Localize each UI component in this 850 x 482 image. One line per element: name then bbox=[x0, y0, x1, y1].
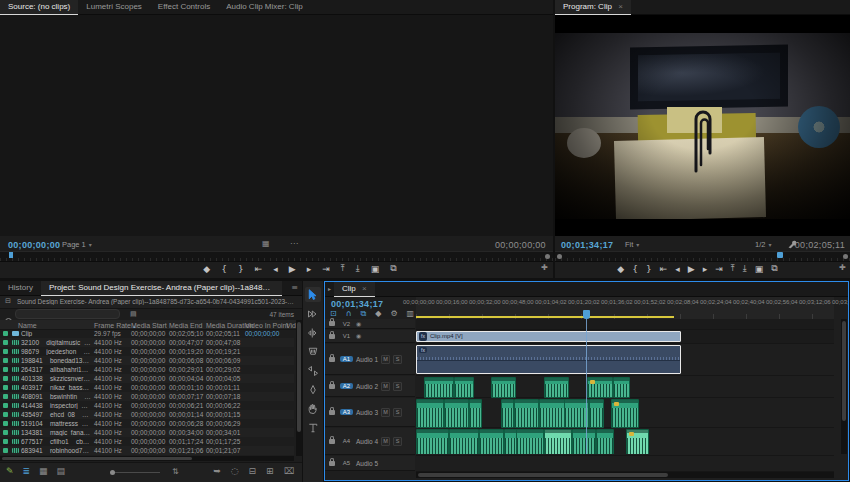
audio-clip[interactable] bbox=[424, 377, 454, 398]
export-frame-button[interactable]: ▣ bbox=[371, 264, 380, 274]
project-row[interactable]: Clip29.97 fps00;00;00;0000;02;05;1000;02… bbox=[0, 329, 294, 338]
audio-clip[interactable] bbox=[444, 399, 469, 428]
source-playhead[interactable] bbox=[9, 252, 13, 258]
track-header-v1[interactable]: V1◉ bbox=[325, 330, 415, 343]
program-zoom-handle-right[interactable] bbox=[843, 254, 848, 259]
add-marker-button[interactable]: ◆ bbox=[375, 310, 381, 318]
audio-clip[interactable] bbox=[469, 399, 482, 428]
go-to-out-button[interactable]: ⇥ bbox=[322, 264, 330, 274]
track-visibility-eye-icon[interactable]: ◉ bbox=[356, 333, 361, 339]
mute-toggle-a3[interactable]: M bbox=[381, 408, 390, 417]
lock-toggle[interactable] bbox=[329, 384, 335, 389]
project-item-name[interactable]: 134381__magic_fanakaygif bbox=[21, 429, 91, 436]
sort-icon[interactable]: ⇅ bbox=[172, 468, 179, 476]
label-color-chip[interactable] bbox=[3, 349, 8, 354]
label-color-chip[interactable] bbox=[3, 421, 8, 426]
selection-tool[interactable] bbox=[305, 287, 321, 302]
project-writable-icon[interactable]: ✎ bbox=[6, 467, 14, 476]
mark-in-button[interactable]: { bbox=[632, 264, 638, 274]
label-color-chip[interactable] bbox=[3, 439, 8, 444]
audio-master-clip[interactable]: fx bbox=[416, 345, 681, 374]
track-header-a4[interactable]: A4Audio 4MS bbox=[325, 428, 415, 455]
mute-toggle-a1[interactable]: M bbox=[381, 355, 390, 364]
solo-toggle-a3[interactable]: S bbox=[393, 408, 402, 417]
label-color-chip[interactable] bbox=[3, 385, 8, 390]
source-zoom-select[interactable]: Page 1 bbox=[62, 240, 92, 249]
timeline-playhead-head[interactable] bbox=[583, 310, 590, 319]
program-tab-close-icon[interactable]: × bbox=[618, 2, 623, 11]
lock-toggle[interactable] bbox=[329, 410, 335, 415]
col-video-in-point[interactable]: Video In Point bbox=[245, 322, 288, 329]
audio-clip[interactable] bbox=[539, 399, 565, 428]
work-area-bar[interactable] bbox=[416, 316, 674, 318]
project-row[interactable]: 401338__skzzicsnver__yaw44100 Hz00;00;00… bbox=[0, 374, 294, 383]
project-row[interactable]: 683941__robinhood76__1144100 Hz00;00;00;… bbox=[0, 446, 294, 455]
audio-clip[interactable] bbox=[587, 377, 613, 398]
metadata-display-icon[interactable]: ▤ bbox=[130, 311, 137, 318]
audio-clip[interactable] bbox=[514, 399, 539, 428]
project-row[interactable]: 403917__nikaz_bass__sigh44100 Hz00;00;00… bbox=[0, 383, 294, 392]
step-back-button[interactable]: ◂ bbox=[675, 264, 680, 274]
project-item-name[interactable]: 414438__inspectorj__light bbox=[21, 402, 91, 409]
solo-toggle-a2[interactable]: S bbox=[393, 382, 402, 391]
lock-toggle[interactable] bbox=[329, 321, 335, 326]
track-header-a5[interactable]: A5Audio 5 bbox=[325, 456, 415, 471]
project-item-name[interactable]: 198841__bonedad138__pr bbox=[21, 357, 91, 364]
project-row[interactable]: 134381__magic_fanakaygif44100 Hz00;00;00… bbox=[0, 428, 294, 437]
lock-toggle[interactable] bbox=[329, 439, 335, 444]
track-name-label[interactable]: Audio 2 bbox=[356, 383, 378, 390]
razor-tool[interactable] bbox=[305, 344, 321, 359]
solo-toggle-a1[interactable]: S bbox=[393, 355, 402, 364]
automate-to-sequence-button[interactable]: ➥ bbox=[213, 467, 221, 476]
lock-toggle[interactable] bbox=[329, 461, 335, 466]
project-item-name[interactable]: 677517__cfilho1__cbc-news bbox=[21, 438, 91, 445]
video-clip[interactable]: fxClip.mp4 [V] bbox=[416, 331, 681, 342]
source-patch-a5[interactable]: A5 bbox=[340, 460, 353, 466]
type-tool[interactable] bbox=[305, 420, 321, 435]
step-back-button[interactable]: ◂ bbox=[273, 264, 278, 274]
overwrite-button[interactable]: ⤓ bbox=[356, 263, 360, 274]
col-media-start[interactable]: Media Start bbox=[131, 322, 167, 329]
project-row[interactable]: 264317__alibahahri12__traff44100 Hz00;00… bbox=[0, 365, 294, 374]
audio-clip[interactable] bbox=[501, 399, 514, 428]
project-breadcrumb[interactable]: Sound Design Exercise- Andrea (Paper cli… bbox=[17, 298, 295, 305]
track-name-label[interactable]: Audio 1 bbox=[356, 356, 378, 363]
snap-toggle[interactable]: ∩ bbox=[346, 310, 352, 318]
source-patch-a4[interactable]: A4 bbox=[340, 438, 353, 444]
tab-project[interactable]: Project: Sound Design Exercise- Andrea (… bbox=[41, 281, 282, 296]
lock-toggle[interactable] bbox=[329, 357, 335, 362]
list-view-button[interactable]: ≣ bbox=[23, 467, 31, 476]
timeline-timecode[interactable]: 00;01;34;17 bbox=[331, 299, 383, 309]
comparison-view-button[interactable]: ⧉ bbox=[390, 263, 396, 274]
timeline-settings-wrench[interactable]: ⚙ bbox=[390, 310, 397, 318]
project-item-name[interactable]: 32100__digitalmusic__cou bbox=[21, 339, 91, 346]
label-color-chip[interactable] bbox=[3, 448, 8, 453]
audio-clip[interactable] bbox=[544, 377, 569, 398]
label-color-chip[interactable] bbox=[3, 376, 8, 381]
add-marker-button[interactable]: ◆ bbox=[617, 264, 624, 274]
timeline-hscrollbar[interactable] bbox=[416, 472, 834, 478]
source-patch-a1[interactable]: A1 bbox=[340, 356, 353, 362]
label-color-chip[interactable] bbox=[3, 340, 8, 345]
slip-tool[interactable] bbox=[305, 363, 321, 378]
track-name-label[interactable]: Audio 5 bbox=[356, 460, 378, 467]
tab-effect-controls[interactable]: Effect Controls bbox=[150, 0, 218, 14]
tab-history[interactable]: History bbox=[0, 281, 41, 295]
track-select-forward-tool[interactable] bbox=[305, 306, 321, 321]
solo-toggle-a4[interactable]: S bbox=[393, 437, 402, 446]
project-search-input[interactable] bbox=[15, 309, 120, 319]
audio-clip[interactable] bbox=[416, 399, 444, 428]
project-item-name[interactable]: Clip bbox=[21, 330, 91, 337]
go-to-in-button[interactable]: ⇤ bbox=[660, 264, 668, 274]
col-frame-rate[interactable]: Frame Rate ▴ bbox=[94, 322, 135, 329]
audio-clip[interactable] bbox=[626, 429, 649, 454]
pen-tool[interactable] bbox=[305, 382, 321, 397]
step-forward-button[interactable]: ▸ bbox=[703, 264, 708, 274]
project-row[interactable]: 32100__digitalmusic__cou44100 Hz00;00;00… bbox=[0, 338, 294, 347]
audio-clip[interactable] bbox=[544, 429, 572, 454]
audio-clip[interactable] bbox=[589, 399, 604, 428]
mark-out-button[interactable]: } bbox=[646, 264, 652, 274]
new-bin-button[interactable]: ⊟ bbox=[249, 467, 257, 476]
program-zoom-handle-left[interactable] bbox=[557, 254, 562, 259]
label-color-chip[interactable] bbox=[3, 358, 8, 363]
